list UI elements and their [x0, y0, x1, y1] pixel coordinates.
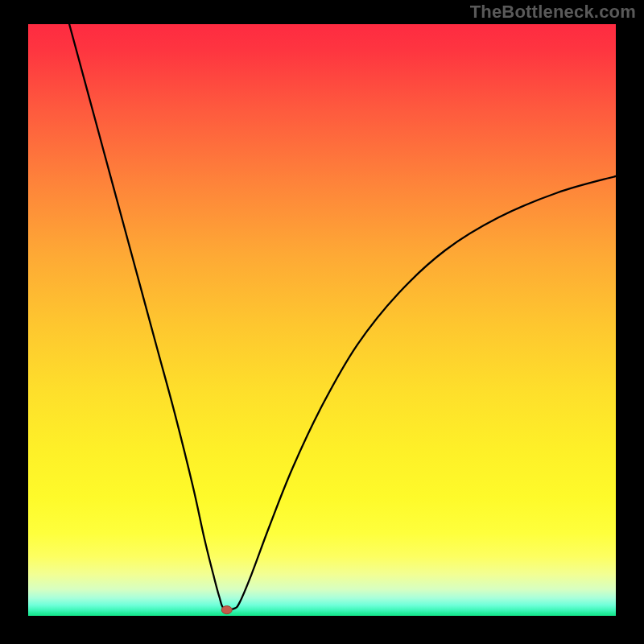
optimum-marker [221, 606, 232, 614]
chart-frame: TheBottleneck.com [0, 0, 644, 644]
chart-svg [28, 24, 616, 616]
curve-line [69, 24, 616, 610]
plot-area [28, 24, 616, 616]
watermark-text: TheBottleneck.com [470, 2, 636, 23]
